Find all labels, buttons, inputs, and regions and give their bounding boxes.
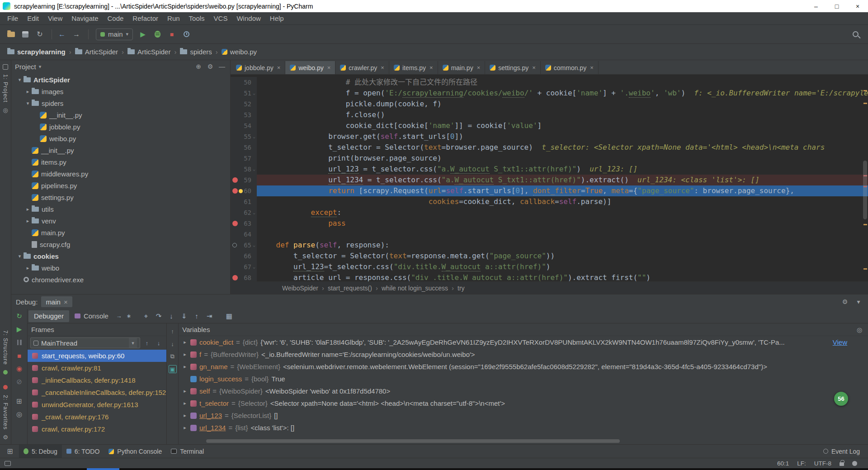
variable-row[interactable]: ▸t_selector = {Selector} <Selector xpath… (179, 397, 868, 409)
line-number[interactable]: 51 (242, 88, 251, 99)
gutter[interactable]: 66 (231, 251, 257, 261)
sidebar-item-favorites[interactable]: 2: Favorites (2, 395, 9, 430)
sidebar-item-project[interactable]: 1: Project (2, 74, 9, 103)
line-number[interactable]: 57 (242, 153, 251, 164)
soft-wrap-icon[interactable]: ∗ (124, 311, 134, 321)
gutter[interactable]: 54 (231, 120, 257, 131)
close-tab-icon[interactable]: × (532, 64, 536, 71)
editor-breadcrumb-item[interactable]: while not login_success (380, 285, 450, 292)
expand-arrow-icon[interactable]: ▸ (182, 364, 188, 370)
fold-icon[interactable]: ⌄ (251, 207, 257, 218)
breadcrumb-item[interactable]: spiders (178, 48, 213, 56)
variable-row[interactable]: login_success = {bool} True (179, 373, 868, 385)
tree-item-weibo[interactable]: ▸weibo (11, 262, 230, 274)
chevron-down-icon[interactable]: ▾ (16, 77, 24, 83)
open-button[interactable] (5, 28, 17, 40)
fold-icon[interactable]: ⌄ (251, 131, 257, 142)
close-tab-icon[interactable]: × (590, 64, 594, 71)
tab-main-py[interactable]: main.py× (438, 61, 486, 74)
line-number[interactable]: 65 (242, 240, 251, 251)
chevron-down-icon[interactable]: ▾ (24, 100, 32, 106)
toolwindow-button-5-debug[interactable]: 5: Debug (19, 445, 62, 458)
gutter[interactable]: 65⌄ (231, 240, 257, 251)
variable-row[interactable]: ▸gn_name = {WebElement} <selenium.webdri… (179, 361, 868, 373)
force-step-into-button[interactable]: ⇓ (178, 311, 190, 322)
tree-item-middlewares-py[interactable]: middlewares.py (11, 168, 230, 180)
line-number[interactable]: 63 (242, 218, 251, 229)
debug-session-tab[interactable]: main × (41, 296, 72, 307)
menu-help[interactable]: Help (265, 13, 288, 24)
previous-frame-button[interactable]: ↑ (142, 338, 152, 348)
breadcrumb-item[interactable]: weibo.py (220, 48, 259, 56)
frame-item[interactable]: start_requests, weibo.py:60 (28, 350, 166, 362)
back-button[interactable]: ← (56, 28, 68, 40)
gutter[interactable]: 57 (231, 153, 257, 164)
gutter[interactable]: 53 (231, 109, 257, 120)
breadcrumb-item[interactable]: scrapylearning (5, 48, 67, 56)
line-number[interactable]: 52 (242, 99, 251, 109)
variable-row[interactable]: ▸cookie_dict = {dict} {'wvr': '6', 'SUHB… (179, 336, 868, 348)
evaluate-expression-button[interactable]: ▦ (223, 311, 235, 322)
mute-breakpoints-button[interactable]: ⊘ (15, 377, 24, 386)
gutter[interactable]: 55⌄ (231, 131, 257, 142)
frame-item[interactable]: _crawl, crawler.py:176 (28, 411, 166, 423)
tree-item-utils[interactable]: ▸utils (11, 203, 230, 215)
tree-item-jobbole-py[interactable]: jobbole.py (11, 121, 230, 133)
toolwindow-toggle-icon[interactable] (5, 461, 11, 466)
error-stripe[interactable] (862, 75, 868, 281)
tree-item-scrapy-cfg[interactable]: scrapy.cfg (11, 238, 230, 250)
toolwindow-button-terminal[interactable]: Terminal (166, 445, 208, 458)
menu-file[interactable]: File (3, 13, 23, 24)
close-tab-icon[interactable]: × (477, 64, 481, 71)
back-frame-icon[interactable]: ↑ (169, 327, 177, 335)
chevron-down-icon[interactable]: ▾ (16, 253, 24, 259)
stop-button[interactable]: ■ (165, 28, 178, 40)
tab-jobbole-py[interactable]: jobbole.py× (231, 61, 285, 74)
frame-item[interactable]: crawl, crawler.py:81 (28, 362, 166, 374)
menu-tools[interactable]: Tools (184, 13, 209, 24)
close-tab-icon[interactable]: × (64, 298, 68, 306)
run-configuration-select[interactable]: main ▾ (96, 28, 133, 40)
tree-item-weibo-py[interactable]: weibo.py (11, 133, 230, 144)
window-grid-icon[interactable] (2, 63, 9, 71)
hector-icon[interactable] (852, 461, 857, 466)
fold-icon[interactable]: ⌄ (251, 164, 257, 175)
menu-navigate[interactable]: Navigate (67, 13, 103, 24)
editor-breadcrumb-item[interactable]: try (456, 285, 467, 292)
frame-item[interactable]: _cancellableInlineCallbacks, defer.py:15… (28, 386, 166, 399)
event-log-button[interactable]: Event Log (819, 445, 864, 458)
tree-item--init-py[interactable]: __init__.py (11, 109, 230, 121)
sync-button[interactable]: ↻ (33, 28, 46, 40)
show-execution-point-button[interactable]: ⌖ (140, 311, 152, 322)
menu-refactor[interactable]: Refactor (128, 13, 163, 24)
tree-item-venv[interactable]: ▸venv (11, 215, 230, 227)
gutter[interactable]: 51⌄ (231, 88, 257, 99)
editor-breadcrumb-item[interactable]: WeiboSpider (280, 285, 320, 292)
breakpoint-icon[interactable] (232, 188, 238, 194)
pin-icon[interactable]: ◎ (854, 326, 864, 333)
tab-debugger[interactable]: Debugger (28, 310, 69, 322)
menu-window[interactable]: Window (232, 13, 265, 24)
gutter[interactable]: 68 (231, 272, 257, 281)
hide-panel-icon[interactable]: — (217, 63, 226, 70)
settings-strip-icon[interactable]: ⚙ (2, 433, 9, 441)
fold-icon[interactable]: ⌄ (251, 261, 257, 272)
pin-icon[interactable]: ◎ (2, 106, 9, 114)
expand-arrow-icon[interactable]: ▸ (182, 425, 188, 431)
gutter[interactable]: 58⌄ (231, 164, 257, 175)
tree-item--init-py[interactable]: __init__.py (11, 144, 230, 156)
line-number[interactable]: 50 (242, 77, 251, 88)
project-header-label[interactable]: Project (15, 63, 36, 71)
gear-icon[interactable]: ⚙ (840, 298, 850, 305)
collapse-panel-icon[interactable]: ▾ (854, 298, 863, 305)
variable-row[interactable]: ▸f = {BufferedWriter} <_io.BufferedWrite… (179, 348, 868, 361)
expand-arrow-icon[interactable]: ▸ (182, 351, 188, 357)
lock-icon[interactable] (840, 462, 844, 466)
tab-weibo-py[interactable]: weibo.py× (285, 61, 335, 74)
menu-edit[interactable]: Edit (23, 13, 43, 24)
rerun-button[interactable]: ↻ (15, 312, 24, 321)
tree-item-chromedriver-exe[interactable]: chromedriver.exe (11, 274, 230, 285)
gutter[interactable]: 50 (231, 77, 257, 88)
maximize-button[interactable]: □ (826, 0, 847, 12)
line-number[interactable]: 59 (242, 175, 251, 185)
